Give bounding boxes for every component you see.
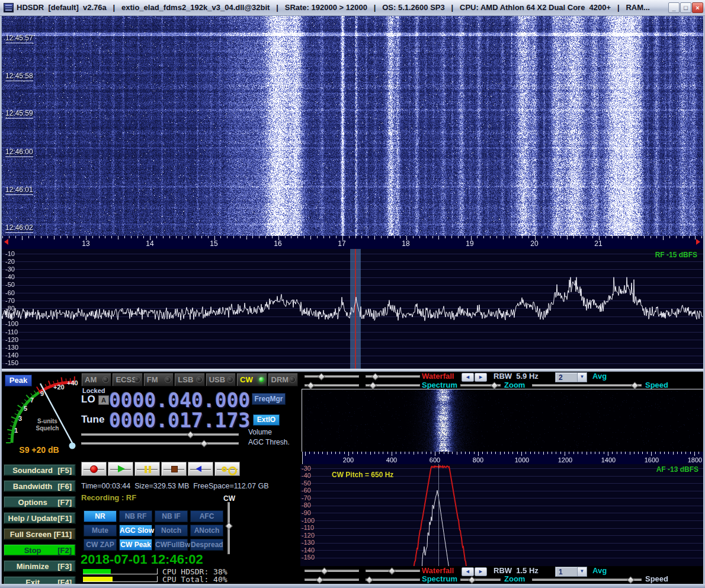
- scale-left-arrow-icon[interactable]: [4, 239, 8, 245]
- slider-thumb[interactable]: [318, 373, 325, 381]
- toggle-agc-slow[interactable]: AGC Slow: [119, 525, 152, 536]
- mode-button-cw[interactable]: CW: [236, 373, 267, 386]
- rf-spectrum-canvas[interactable]: [2, 249, 703, 369]
- smeter-scale-number: +40: [67, 379, 78, 386]
- slider[interactable]: [81, 440, 239, 447]
- af-top-spectrum-label[interactable]: Spectrum: [422, 381, 457, 389]
- af-bottom-spectrum-label[interactable]: Spectrum: [422, 574, 457, 583]
- toggle-nr[interactable]: NR: [84, 510, 117, 522]
- slider-thumb[interactable]: [491, 382, 498, 389]
- slider-thumb[interactable]: [371, 373, 379, 381]
- toggle-nb-rf[interactable]: NB RF: [119, 510, 152, 522]
- af-spectrum-canvas[interactable]: [300, 464, 703, 566]
- freqmgr-button[interactable]: FreqMgr: [252, 393, 286, 405]
- mode-button-am[interactable]: AM: [81, 373, 111, 386]
- af-frequency-scale[interactable]: 20040060080010001200140016001800: [302, 452, 703, 464]
- mode-label: FM: [147, 375, 158, 384]
- slider-thumb[interactable]: [187, 431, 194, 439]
- slider[interactable]: [305, 373, 359, 380]
- rewind-button[interactable]: [188, 462, 213, 476]
- slider[interactable]: [366, 382, 420, 389]
- record-button[interactable]: [81, 462, 107, 476]
- slider[interactable]: [532, 577, 642, 583]
- rf-spectrum[interactable]: -10-20-30-40-50-60-70-80-90-100-110-120-…: [2, 249, 703, 369]
- af-waterfall-canvas[interactable]: [302, 389, 703, 452]
- slider-thumb[interactable]: [369, 382, 377, 389]
- toggle-cw-peak[interactable]: CW Peak: [119, 539, 152, 551]
- pause-button[interactable]: [134, 462, 160, 476]
- close-window-button[interactable]: ×: [692, 2, 703, 13]
- af-top-waterfall-label[interactable]: Waterfall: [422, 372, 454, 381]
- af-bottom-avg-dropdown[interactable]: 1 ▼: [555, 567, 587, 577]
- toggle-afc[interactable]: AFC: [190, 510, 223, 522]
- slider[interactable]: [366, 373, 420, 380]
- minimize-window-button[interactable]: _: [668, 2, 680, 13]
- menu-button-soundcard[interactable]: Soundcard[F5]: [4, 464, 76, 476]
- toggle-cw-zap[interactable]: CW ZAP: [84, 539, 117, 551]
- rf-db-label: -50: [5, 281, 15, 288]
- slider[interactable]: [366, 568, 420, 574]
- toggle-cwfullbw[interactable]: CWFullBw: [155, 539, 188, 551]
- lo-channel-button[interactable]: A: [98, 395, 109, 405]
- slider-thumb[interactable]: [631, 382, 639, 389]
- toggle-mute[interactable]: Mute: [84, 525, 117, 536]
- slider-thumb[interactable]: [225, 522, 233, 530]
- menu-button-minimize[interactable]: Minimize[F3]: [4, 560, 76, 572]
- smeter-tick: [45, 384, 46, 387]
- af-bottom-waterfall-label[interactable]: Waterfall: [422, 566, 454, 575]
- dropdown-arrow-icon[interactable]: ▼: [577, 567, 587, 576]
- mode-button-drm[interactable]: DRM: [268, 373, 298, 386]
- slider-thumb[interactable]: [200, 440, 208, 448]
- slider[interactable]: [532, 382, 642, 389]
- extio-button[interactable]: ExtIO: [253, 414, 280, 426]
- slider[interactable]: [81, 432, 239, 438]
- menu-button-bandwidth[interactable]: Bandwidth[F6]: [4, 480, 76, 492]
- slider-thumb[interactable]: [366, 576, 373, 584]
- stop-button[interactable]: [161, 462, 187, 476]
- loop-button[interactable]: [214, 462, 240, 476]
- slider[interactable]: [460, 382, 501, 389]
- slider[interactable]: [366, 577, 420, 583]
- slider-thumb[interactable]: [307, 382, 315, 389]
- cw-vertical-slider[interactable]: [226, 502, 232, 554]
- slider-thumb[interactable]: [627, 576, 634, 584]
- rf-scale-label: 18: [398, 239, 414, 248]
- slider[interactable]: [305, 577, 359, 583]
- af-top-arrow-right-button[interactable]: ►: [475, 373, 487, 382]
- slider-thumb[interactable]: [321, 567, 328, 575]
- af-top-arrow-left-button[interactable]: ◄: [462, 373, 474, 382]
- menu-button-stop[interactable]: Stop[F2]: [4, 544, 76, 556]
- slider[interactable]: [460, 577, 501, 583]
- smeter-peak-button[interactable]: Peak: [5, 375, 32, 386]
- toggle-nb-if[interactable]: NB IF: [155, 510, 188, 522]
- mode-button-usb[interactable]: USB: [206, 373, 236, 386]
- slider-thumb[interactable]: [468, 576, 476, 584]
- af-bottom-arrow-left-button[interactable]: ◄: [462, 567, 474, 576]
- af-waterfall[interactable]: [302, 389, 703, 452]
- menu-button-help-update[interactable]: Help / Update[F1]: [4, 512, 76, 524]
- af-bottom-arrow-right-button[interactable]: ►: [475, 567, 487, 576]
- slider[interactable]: [305, 568, 359, 574]
- slider-thumb[interactable]: [316, 576, 323, 584]
- maximize-window-button[interactable]: □: [680, 2, 691, 13]
- mode-button-ecss[interactable]: ECSS: [112, 373, 142, 386]
- rf-waterfall-canvas[interactable]: [2, 16, 703, 236]
- toggle-notch[interactable]: Notch: [155, 525, 188, 536]
- af-top-avg-dropdown[interactable]: 2 ▼: [555, 372, 587, 382]
- rf-frequency-scale[interactable]: 131415161718192021: [2, 236, 703, 249]
- dropdown-arrow-icon[interactable]: ▼: [577, 373, 587, 382]
- slider-groove: [532, 579, 642, 581]
- toggle-anotch[interactable]: ANotch: [190, 525, 223, 536]
- toggle-despread[interactable]: Despread: [190, 539, 223, 551]
- menu-button-full-screen[interactable]: Full Screen[F11]: [4, 528, 76, 540]
- af-spectrum[interactable]: -30-40-50-60-70-80-90-100-110-120-130-14…: [300, 464, 703, 566]
- scale-right-arrow-icon[interactable]: [696, 239, 700, 245]
- mode-button-lsb[interactable]: LSB: [174, 373, 204, 386]
- slider[interactable]: [305, 382, 359, 389]
- mode-button-fm[interactable]: FM: [143, 373, 174, 386]
- menu-button-options[interactable]: Options[F7]: [4, 496, 76, 508]
- slider-thumb[interactable]: [388, 567, 396, 575]
- play-button[interactable]: [108, 462, 133, 476]
- rf-waterfall[interactable]: 12:45:5712:45:5812:45:5912:46:0012:46:01…: [2, 16, 703, 236]
- tune-frequency-display[interactable]: 0000.017.173: [109, 409, 250, 432]
